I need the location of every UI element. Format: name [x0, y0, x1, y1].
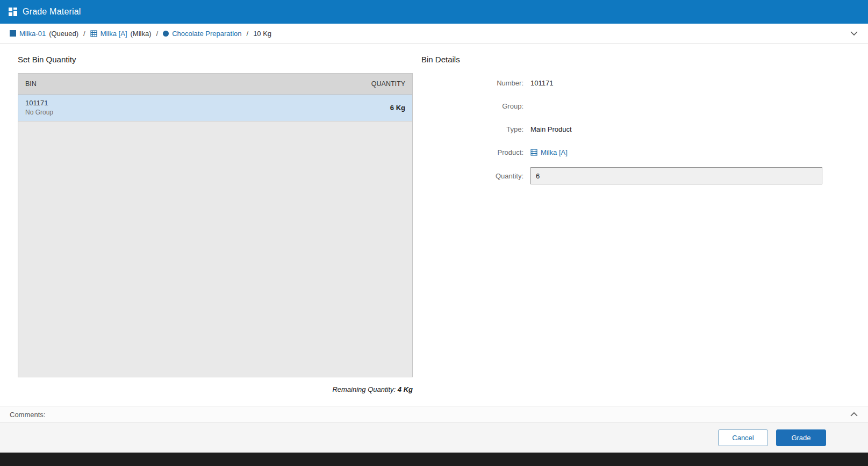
comments-expand-chevron[interactable]: [850, 412, 858, 417]
field-product: Product: Milka [A]: [421, 144, 849, 160]
product-grid-icon: [90, 30, 97, 37]
field-number: Number: 101171: [421, 75, 849, 91]
breadcrumb-separator: /: [83, 30, 85, 38]
breadcrumb-item-product[interactable]: Milka [A] (Milka): [90, 30, 152, 38]
operation-icon: [163, 31, 169, 37]
set-bin-quantity-title: Set Bin Quantity: [18, 55, 413, 64]
page-title: Grade Material: [23, 7, 81, 17]
breadcrumb-container-status: (Queued): [49, 30, 78, 38]
number-label: Number:: [421, 79, 523, 87]
remaining-quantity: Remaining Quantity: 4 Kg: [18, 385, 413, 393]
field-group: Group:: [421, 98, 849, 114]
breadcrumb: Milka-01 (Queued) / Milka [A] (Milka) / …: [0, 24, 868, 44]
bin-number: 101171: [25, 98, 53, 108]
breadcrumb-operation-link[interactable]: Chocolate Preparation: [172, 30, 241, 38]
quantity-input[interactable]: [530, 167, 822, 184]
bin-details-title: Bin Details: [421, 55, 849, 64]
breadcrumb-product-suffix: (Milka): [131, 30, 152, 38]
breadcrumb-item-container[interactable]: Milka-01 (Queued): [10, 30, 78, 38]
breadcrumb-product-link[interactable]: Milka [A]: [101, 30, 127, 38]
number-value: 101171: [530, 79, 553, 87]
app-title-bar: Grade Material: [0, 0, 868, 24]
bin-details-panel: Bin Details Number: 101171 Group: Type: …: [421, 55, 849, 191]
product-grid-icon: [530, 149, 537, 156]
quantity-column-header: QUANTITY: [371, 80, 405, 88]
main-content: Set Bin Quantity BIN QUANTITY 101171 No …: [0, 44, 868, 406]
bin-table-header: BIN QUANTITY: [18, 74, 412, 95]
grade-button[interactable]: Grade: [776, 429, 826, 446]
product-link[interactable]: Milka [A]: [530, 148, 568, 156]
field-quantity: Quantity:: [421, 167, 849, 184]
container-icon: [10, 30, 16, 37]
bin-group: No Group: [25, 108, 53, 117]
comments-label: Comments:: [10, 411, 45, 419]
breadcrumb-quantity-text: 10 Kg: [253, 30, 271, 38]
action-footer: Cancel Grade: [0, 422, 868, 453]
breadcrumb-item-operation[interactable]: Chocolate Preparation: [163, 30, 241, 38]
field-type: Type: Main Product: [421, 121, 849, 137]
screen-bottom-edge: [0, 453, 868, 466]
quantity-label: Quantity:: [421, 172, 523, 180]
type-value: Main Product: [530, 125, 572, 133]
comments-section[interactable]: Comments:: [0, 406, 868, 422]
breadcrumb-separator: /: [156, 30, 159, 38]
bin-column-header: BIN: [25, 80, 37, 88]
product-link-text: Milka [A]: [541, 148, 568, 156]
breadcrumb-container-link[interactable]: Milka-01: [19, 30, 46, 38]
grade-material-app-icon: [9, 8, 17, 16]
remaining-quantity-value: 4 Kg: [398, 385, 413, 393]
breadcrumb-separator: /: [247, 30, 249, 38]
type-label: Type:: [421, 125, 523, 133]
breadcrumb-item-quantity: 10 Kg: [253, 30, 271, 38]
bin-quantity: 6 Kg: [390, 104, 405, 112]
breadcrumb-collapse-chevron[interactable]: [850, 31, 858, 36]
cancel-button[interactable]: Cancel: [718, 429, 768, 446]
product-label: Product:: [421, 148, 523, 156]
bin-table: BIN QUANTITY 101171 No Group 6 Kg: [18, 73, 413, 377]
group-label: Group:: [421, 102, 523, 110]
set-bin-quantity-panel: Set Bin Quantity BIN QUANTITY 101171 No …: [18, 55, 413, 393]
bin-row-selected[interactable]: 101171 No Group 6 Kg: [18, 95, 412, 121]
remaining-quantity-label: Remaining Quantity:: [332, 385, 396, 393]
